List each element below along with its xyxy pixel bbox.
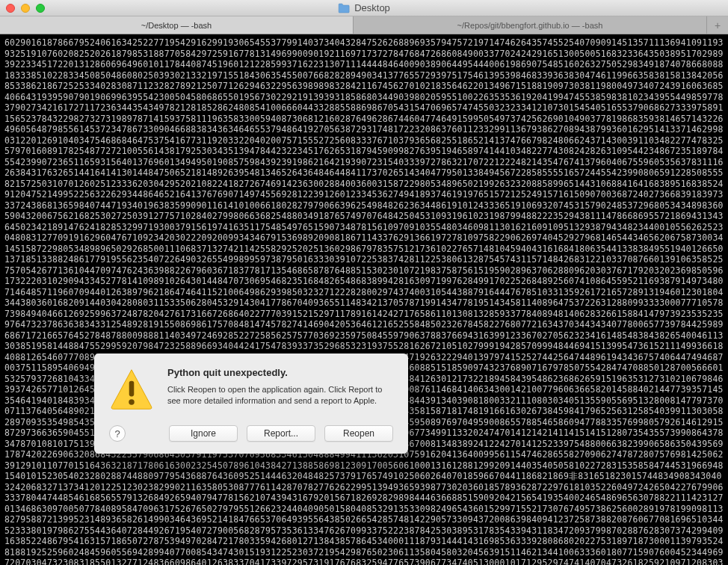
help-button[interactable]: ?: [109, 425, 126, 442]
window-titlebar: Desktop: [0, 0, 728, 16]
minimize-window-button[interactable]: [21, 4, 30, 13]
maximize-window-button[interactable]: [36, 4, 45, 13]
tab-label: ~/Desktop — -bash: [141, 21, 212, 30]
pi-digits-output: 6029016187866795240616342522771954291629…: [4, 37, 724, 565]
tab-desktop-bash[interactable]: ~/Desktop — -bash: [0, 16, 354, 34]
traffic-lights: [6, 4, 45, 13]
terminal-viewport[interactable]: 6029016187866795240616342522771954291629…: [0, 34, 728, 565]
tab-label: ~/Repos/git/bbengfort.github.io — -bash: [457, 21, 603, 30]
warning-icon: [109, 367, 154, 412]
window-title-text: Desktop: [354, 2, 390, 13]
crash-report-dialog: Python quit unexpectedly. Click Reopen t…: [94, 353, 408, 454]
window-title: Desktop: [338, 2, 390, 13]
dialog-title: Python quit unexpectedly.: [167, 367, 393, 378]
new-tab-button[interactable]: +: [707, 16, 728, 34]
close-window-button[interactable]: [6, 4, 15, 13]
ignore-button[interactable]: Ignore: [169, 425, 238, 442]
terminal-output: 6029016187866795240616342522771954291629…: [4, 37, 724, 565]
tab-repos-bash[interactable]: ~/Repos/git/bbengfort.github.io — -bash: [354, 16, 707, 34]
tab-bar: ~/Desktop — -bash ~/Repos/git/bbengfort.…: [0, 16, 728, 34]
help-icon: ?: [114, 428, 120, 439]
report-button[interactable]: Report...: [247, 425, 315, 442]
reopen-button[interactable]: Reopen: [324, 425, 393, 442]
folder-icon: [338, 3, 350, 13]
dialog-message: Click Reopen to open the application aga…: [167, 384, 393, 407]
svg-rect-0: [129, 381, 135, 397]
svg-point-1: [129, 399, 135, 405]
